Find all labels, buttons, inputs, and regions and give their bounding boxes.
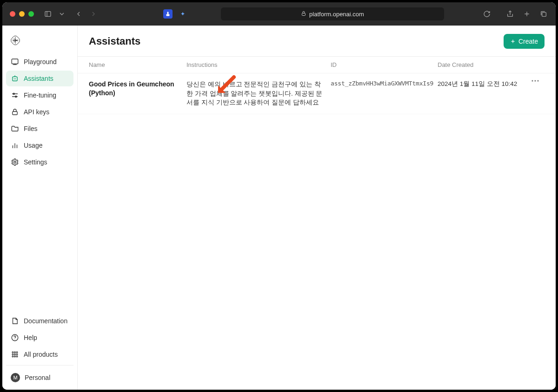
workspace-label: Personal <box>25 374 50 381</box>
more-icon <box>531 80 539 82</box>
svg-point-12 <box>14 78 15 79</box>
sidebar-item-usage[interactable]: Usage <box>6 137 73 153</box>
all-products-icon <box>11 350 19 359</box>
svg-point-32 <box>12 356 13 357</box>
row-menu-button[interactable] <box>526 80 545 82</box>
svg-point-28 <box>16 352 18 353</box>
create-button[interactable]: Create <box>504 34 545 49</box>
svg-rect-2 <box>167 12 169 14</box>
col-id: ID <box>331 61 438 68</box>
sidebar-item-label: Usage <box>24 142 42 149</box>
sidebar: Playground Assistants Fine-tuning API ke… <box>2 26 78 390</box>
svg-point-30 <box>14 354 16 355</box>
maximize-window-button[interactable] <box>28 11 34 17</box>
sidebar-item-settings[interactable]: Settings <box>6 154 73 170</box>
sidebar-item-help[interactable]: Help <box>6 330 73 346</box>
assistant-date: 2024년 1월 11일 오전 10:42 <box>438 80 526 88</box>
col-instructions: Instructions <box>186 61 331 68</box>
svg-rect-4 <box>302 13 306 16</box>
sidebar-item-fine-tuning[interactable]: Fine-tuning <box>6 87 73 103</box>
plus-icon <box>510 39 516 44</box>
back-button[interactable] <box>74 9 83 19</box>
assistants-table: Name Instructions ID Date Created Good P… <box>78 56 556 114</box>
sidebar-toggle-icon[interactable] <box>43 9 53 19</box>
divider <box>6 365 73 366</box>
sidebar-item-assistants[interactable]: Assistants <box>6 71 73 86</box>
sidebar-item-documentation[interactable]: Documentation <box>6 313 73 329</box>
minimize-window-button[interactable] <box>19 11 25 17</box>
svg-rect-0 <box>45 12 51 17</box>
share-icon[interactable] <box>505 9 515 19</box>
settings-icon <box>11 158 19 166</box>
sidebar-item-api-keys[interactable]: API keys <box>6 104 73 120</box>
avatar: M <box>11 373 20 382</box>
extension-icon[interactable]: ✦ <box>178 9 187 19</box>
new-tab-icon[interactable] <box>522 9 531 19</box>
sidebar-item-files[interactable]: Files <box>6 121 73 137</box>
app-logo[interactable] <box>2 32 77 54</box>
url-text: platform.openai.com <box>309 11 364 18</box>
files-icon <box>11 124 19 133</box>
page-title: Assistants <box>89 35 140 47</box>
svg-point-39 <box>537 80 538 81</box>
documentation-icon <box>11 317 19 325</box>
main-content: Assistants Create Name Instructions ID D… <box>78 26 556 390</box>
sidebar-item-label: Playground <box>24 58 57 65</box>
table-header: Name Instructions ID Date Created <box>78 57 556 73</box>
svg-point-37 <box>531 80 533 81</box>
svg-point-34 <box>16 356 18 357</box>
extension-icon[interactable] <box>163 9 173 19</box>
lock-icon <box>301 11 306 17</box>
svg-point-25 <box>14 339 15 340</box>
assistant-name: Good Prices in Geumcheon (Python) <box>89 80 186 98</box>
address-bar[interactable]: platform.openai.com <box>221 7 444 20</box>
sidebar-item-label: Help <box>24 334 37 341</box>
playground-icon <box>11 58 19 66</box>
window-controls <box>10 11 34 17</box>
close-window-button[interactable] <box>10 11 15 17</box>
sidebar-item-label: Assistants <box>24 75 53 82</box>
svg-point-27 <box>14 352 16 353</box>
chevron-down-icon[interactable] <box>57 9 66 19</box>
svg-rect-9 <box>12 59 18 64</box>
create-button-label: Create <box>518 38 538 45</box>
svg-rect-8 <box>542 13 546 17</box>
svg-point-13 <box>15 78 16 79</box>
browser-toolbar: ✦ platform.openai.com <box>2 2 556 26</box>
assistant-instructions: 당신은 예의 바르고 전문적인 금천구에 있는 착한 가격 업체를 알려주는 챗… <box>186 80 331 107</box>
col-date: Date Created <box>438 61 526 68</box>
help-icon <box>11 333 19 342</box>
svg-rect-19 <box>13 111 18 115</box>
sidebar-item-label: All products <box>24 351 58 358</box>
api-keys-icon <box>11 108 19 116</box>
sidebar-item-playground[interactable]: Playground <box>6 54 73 70</box>
sidebar-item-label: API keys <box>24 108 49 116</box>
workspace-switcher[interactable]: M Personal <box>6 368 73 387</box>
sidebar-item-label: Documentation <box>24 317 67 325</box>
usage-icon <box>11 141 19 150</box>
svg-rect-11 <box>13 77 18 81</box>
svg-point-31 <box>16 354 18 355</box>
sidebar-item-label: Settings <box>24 158 47 166</box>
svg-point-33 <box>14 356 16 357</box>
svg-point-29 <box>12 354 13 355</box>
col-name: Name <box>89 61 186 68</box>
forward-button[interactable] <box>89 9 98 19</box>
reload-button[interactable] <box>482 9 492 19</box>
table-row[interactable]: Good Prices in Geumcheon (Python) 당신은 예의… <box>78 73 556 114</box>
fine-tuning-icon <box>11 91 19 99</box>
assistant-id: asst_zZbmvHH3wMiaGXWVMTtmxIs9 <box>331 80 438 87</box>
sidebar-item-label: Files <box>24 125 38 132</box>
svg-point-38 <box>534 80 536 81</box>
sidebar-item-label: Fine-tuning <box>24 91 56 99</box>
svg-point-23 <box>14 161 16 163</box>
tabs-overview-icon[interactable] <box>539 9 548 19</box>
svg-rect-3 <box>166 14 170 16</box>
sidebar-item-all-products[interactable]: All products <box>6 346 73 362</box>
assistants-icon <box>11 74 19 83</box>
svg-point-26 <box>12 352 13 353</box>
